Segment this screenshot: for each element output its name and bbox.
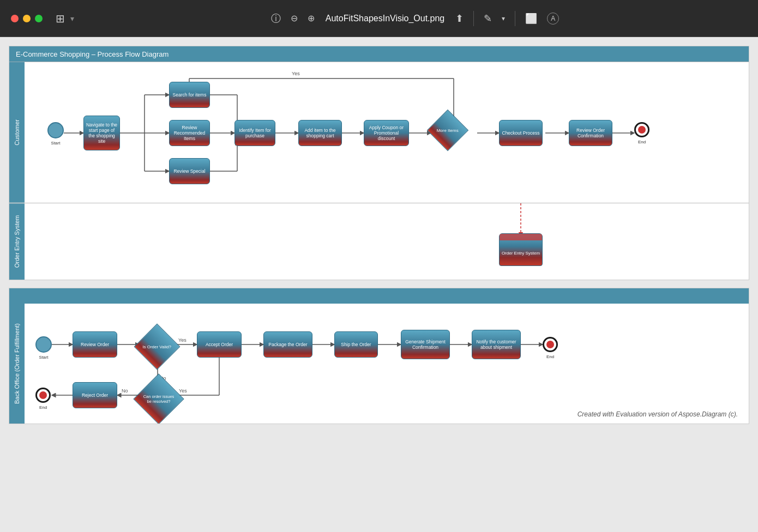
package-node: Package the Order [263, 331, 312, 358]
toolbar-divider [473, 11, 474, 26]
svg-text:Yes: Yes [292, 71, 300, 76]
start2-node [35, 336, 52, 353]
order-entry-content: Order Entry System [25, 203, 749, 280]
top-diagram: E-Commerce Shopping – Process Flow Diagr… [9, 46, 749, 280]
bottom-swimlane-container: Back Office (Order Fulfillment) Yes [9, 304, 749, 424]
end2-inner [546, 341, 554, 348]
bottom-diagram: Back Office (Order Fulfillment) Yes [9, 288, 749, 424]
accept-order-node: Accept Order [197, 331, 242, 358]
diagram-title: E-Commerce Shopping – Process Flow Diagr… [9, 46, 749, 62]
window-title: AutoFitShapesInVisio_Out.png [326, 14, 445, 23]
toolbar-divider-2 [515, 11, 515, 26]
end-label: End [631, 140, 653, 144]
start-label: Start [44, 141, 67, 146]
zoom-in-icon[interactable]: ⊕ [308, 13, 315, 23]
sidebar-icon[interactable]: ⊞ [56, 12, 65, 25]
watermark: Created with Evaluation version of Aspos… [577, 410, 738, 418]
add-cart-node: Add item to the shopping cart [298, 120, 342, 146]
is-valid-label: Is Order Valid? [141, 343, 173, 350]
can-resolve-label: Can order issues be resolved? [141, 393, 176, 405]
back-office-svg: Yes No No [25, 304, 749, 424]
info-icon[interactable]: ⓘ [271, 12, 281, 25]
review-order2-node: Review Order [73, 331, 117, 358]
chevron-down-icon-2[interactable]: ▾ [502, 15, 505, 22]
recommended-node: Review Recommended Items [169, 120, 210, 146]
svg-text:Yes: Yes [179, 388, 187, 394]
edit-icon[interactable]: ✎ [484, 13, 492, 25]
end-node [634, 122, 649, 137]
swimlanes: Customer [9, 62, 749, 280]
customer-content: Yes Start Navigate to the start page [25, 62, 749, 203]
end3-label: End [32, 405, 54, 410]
bottom-diagram-title [9, 288, 749, 304]
order-entry-swimlane: Order Entry System [9, 203, 749, 280]
order-entry-node: Order Entry System [499, 233, 543, 266]
close-button[interactable] [11, 15, 19, 22]
start2-label: Start [32, 355, 55, 360]
start-node [47, 122, 64, 138]
ship-node: Ship the Order [334, 331, 378, 358]
window-icon[interactable]: ⬜ [525, 13, 537, 25]
minimize-button[interactable] [23, 15, 31, 22]
maximize-button[interactable] [35, 15, 43, 22]
search-node: Search for items [169, 82, 210, 108]
zoom-out-icon[interactable]: ⊖ [291, 13, 298, 23]
titlebar-center: ⓘ ⊖ ⊕ AutoFitShapesInVisio_Out.png ⬆ ✎ ▾… [83, 11, 747, 26]
end3-inner [39, 391, 47, 399]
toolbar-icons: ⓘ ⊖ ⊕ [271, 12, 315, 25]
end-inner [638, 126, 646, 134]
back-office-label: Back Office (Order Fulfillment) [9, 304, 25, 424]
svg-text:No: No [122, 388, 128, 394]
customer-swimlane: Customer [9, 62, 749, 203]
coupon-node: Apply Coupon or Promotional discount [364, 120, 409, 146]
back-office-content: Yes No No [25, 304, 749, 424]
diagram-title-text: E-Commerce Shopping – Process Flow Diagr… [16, 50, 169, 58]
titlebar: ⊞ ▾ ⓘ ⊖ ⊕ AutoFitShapesInVisio_Out.png ⬆… [0, 0, 758, 37]
more-items-label: More Items [434, 127, 462, 134]
chevron-down-icon[interactable]: ▾ [70, 14, 74, 23]
customer-label: Customer [9, 62, 25, 203]
review-order-node: Review Order Confirmation [569, 120, 612, 146]
navigate-node: Navigate to the start page of the shoppi… [83, 116, 120, 150]
end2-node [543, 337, 558, 352]
generate-node: Generate Shipment Confirmation [401, 330, 450, 359]
order-entry-svg [25, 203, 749, 280]
traffic-lights [11, 15, 43, 22]
notify-node: Notify the customer about shipment [472, 330, 521, 359]
share-icon[interactable]: ⬆ [455, 13, 464, 25]
checkout-node: Checkout Process [499, 120, 543, 146]
right-toolbar-icons: ⬆ ✎ ▾ ⬜ A [455, 11, 559, 26]
special-node: Review Special [169, 158, 210, 184]
end3-node [35, 388, 51, 403]
main-content: E-Commerce Shopping – Process Flow Diagr… [0, 37, 758, 532]
svg-text:Yes: Yes [178, 337, 187, 343]
reject-node: Reject Order [73, 382, 117, 408]
profile-icon[interactable]: A [547, 13, 559, 25]
order-entry-label: Order Entry System [9, 203, 25, 280]
end2-label: End [539, 354, 561, 359]
identify-node: Identify Item for purchase [234, 120, 275, 146]
